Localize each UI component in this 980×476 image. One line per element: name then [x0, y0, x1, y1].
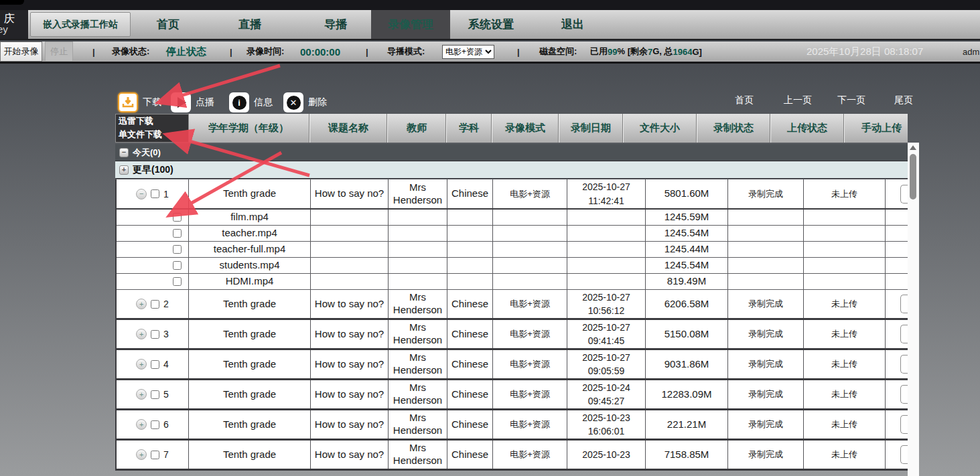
- row-select-cell: +7: [117, 441, 189, 469]
- record-time: 11:42:41: [588, 194, 624, 208]
- group-row-today[interactable]: − 今天(0): [115, 144, 908, 161]
- table-row: −1Tenth gradeHow to say no?Mrs Henderson…: [117, 179, 909, 210]
- row-checkbox[interactable]: [151, 189, 159, 198]
- empty-cell: [389, 242, 447, 257]
- row-checkbox[interactable]: [151, 390, 159, 399]
- start-recording-button[interactable]: 开始录像: [0, 42, 42, 62]
- empty-cell: [389, 258, 447, 273]
- subject-cell: Chinese: [447, 441, 493, 469]
- download-label: 下载: [143, 96, 161, 108]
- info-icon: i: [229, 92, 249, 112]
- collapse-icon[interactable]: −: [119, 148, 129, 157]
- subject-cell: Chinese: [447, 350, 493, 378]
- grade-cell: Tenth grade: [189, 350, 311, 378]
- table-row: +7Tenth gradeHow to say no?Mrs Henderson…: [117, 441, 909, 471]
- menu-item-single-file-download[interactable]: 单文件下载: [116, 128, 188, 141]
- scrollbar-up-arrow-icon[interactable]: [910, 145, 916, 150]
- recording-status-label: 录像状态:: [112, 42, 149, 62]
- record-status-cell: 录制完成: [728, 290, 804, 318]
- empty-cell: [493, 242, 567, 257]
- empty-cell: [728, 274, 804, 289]
- row-collapse-icon[interactable]: −: [136, 189, 147, 200]
- grade-cell: Tenth grade: [189, 441, 311, 469]
- director-mode-field: 电影+资源: [442, 42, 494, 62]
- row-checkbox[interactable]: [151, 300, 159, 309]
- header-record-date: 录制日期: [559, 114, 623, 143]
- recording-time-label: 录像时间:: [247, 42, 284, 62]
- nav-tab-director[interactable]: 导播: [311, 10, 360, 39]
- file-row: teacher-full.mp41245.44M: [117, 242, 909, 258]
- pagination-prev[interactable]: 上一页: [784, 94, 812, 106]
- empty-cell: [311, 258, 389, 273]
- file-checkbox[interactable]: [173, 213, 182, 222]
- nav-tab-live[interactable]: 直播: [225, 10, 275, 39]
- info-button[interactable]: i 信息: [229, 92, 273, 112]
- file-checkbox[interactable]: [173, 277, 182, 286]
- record-status-cell: 录制完成: [728, 410, 804, 439]
- record-time: 10:56:12: [588, 304, 625, 317]
- manual-upload-cell: [886, 350, 909, 378]
- director-mode-select[interactable]: 电影+资源: [442, 45, 494, 59]
- file-size-cell: 1245.59M: [646, 210, 728, 225]
- menu-item-thunder-download[interactable]: 迅雷下载: [116, 114, 188, 128]
- row-checkbox[interactable]: [151, 420, 159, 429]
- nav-tab-home[interactable]: 首页: [143, 10, 193, 39]
- director-mode-label: 导播模式:: [387, 42, 425, 62]
- record-date-cell: 2025-10-2710:56:12: [567, 290, 646, 318]
- empty-cell: [804, 242, 886, 257]
- empty-cell: [728, 258, 804, 273]
- file-checkbox[interactable]: [173, 245, 182, 254]
- empty-cell: [389, 210, 447, 225]
- teacher-cell: Mrs Henderson: [389, 441, 447, 469]
- top-black-bar: [0, 0, 980, 10]
- file-name-cell: teacher.mp4: [189, 226, 311, 241]
- separator: |: [366, 42, 368, 62]
- record-status-cell: 录制完成: [728, 441, 804, 469]
- nav-tab-recording-management[interactable]: 录像管理: [371, 10, 450, 39]
- group-row-earlier[interactable]: + 更早(100): [115, 161, 908, 179]
- row-checkbox[interactable]: [151, 451, 159, 459]
- topic-cell: How to say no?: [311, 380, 389, 408]
- download-button[interactable]: 下载: [118, 92, 161, 112]
- disk-part: 1964: [673, 47, 693, 57]
- pagination-last[interactable]: 尾页: [894, 94, 913, 106]
- datetime-display: 2025年10月28日 08:18:07: [807, 42, 923, 62]
- delete-button[interactable]: ✕ 删除: [283, 92, 327, 112]
- empty-cell: [886, 274, 909, 289]
- file-checkbox[interactable]: [173, 229, 182, 238]
- subject-cell: Chinese: [447, 179, 493, 208]
- row-expand-icon[interactable]: +: [136, 329, 147, 339]
- mode-cell: 电影+资源: [493, 410, 567, 439]
- manual-upload-cell: [886, 441, 909, 469]
- vertical-scrollbar[interactable]: [908, 143, 919, 476]
- stop-recording-button[interactable]: 停止: [45, 42, 73, 62]
- row-expand-icon[interactable]: +: [136, 449, 147, 460]
- empty-cell: [447, 242, 493, 257]
- disk-usage-value: 已用 99% [剩余7G, 总1964G]: [590, 42, 702, 62]
- upload-status-cell: 未上传: [804, 380, 886, 408]
- manual-upload-cell: [886, 290, 909, 318]
- nav-tab-system-settings[interactable]: 系统设置: [464, 10, 518, 39]
- pagination-next[interactable]: 下一页: [837, 94, 865, 106]
- disk-part: % [剩余: [617, 46, 648, 58]
- expand-icon[interactable]: +: [119, 165, 129, 175]
- nav-tab-logout[interactable]: 退出: [548, 10, 598, 39]
- row-expand-icon[interactable]: +: [136, 419, 147, 430]
- empty-cell: [728, 226, 804, 241]
- row-expand-icon[interactable]: +: [136, 299, 147, 309]
- file-select-cell: [117, 210, 189, 225]
- download-dropdown-menu: 迅雷下载 单文件下载: [115, 114, 189, 143]
- record-date-cell: 2025-10-2709:05:59: [567, 350, 646, 378]
- row-expand-icon[interactable]: +: [136, 359, 147, 370]
- row-checkbox[interactable]: [151, 360, 159, 369]
- table-row: +5Tenth gradeHow to say no?Mrs Henderson…: [117, 380, 909, 410]
- empty-cell: [567, 226, 646, 241]
- row-checkbox[interactable]: [151, 330, 159, 339]
- pagination-first[interactable]: 首页: [735, 94, 754, 106]
- row-expand-icon[interactable]: +: [136, 389, 147, 400]
- scrollbar-thumb[interactable]: [910, 154, 916, 200]
- play-button[interactable]: 点播: [171, 92, 214, 112]
- empty-cell: [886, 210, 909, 225]
- file-checkbox[interactable]: [173, 261, 182, 270]
- header-topic: 课题名称: [309, 114, 387, 143]
